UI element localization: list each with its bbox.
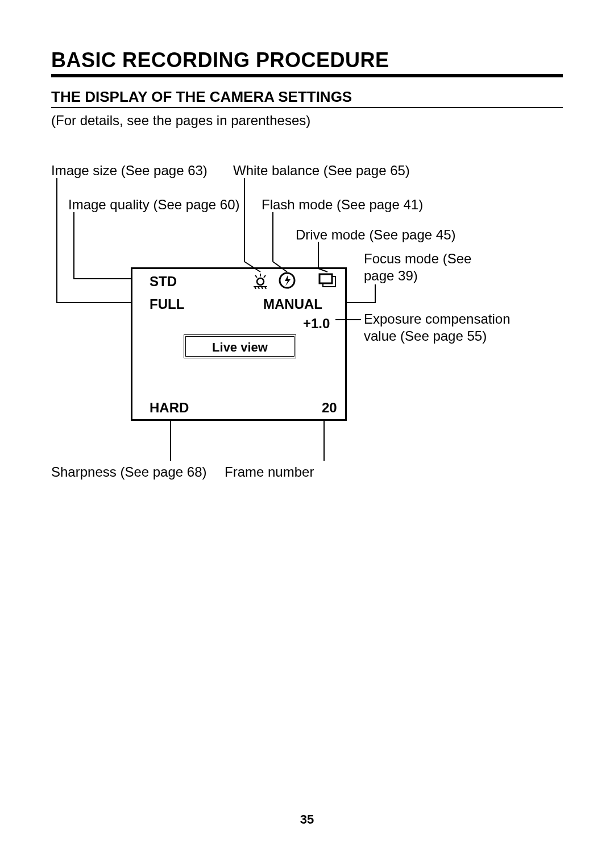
page: BASIC RECORDING PROCEDURE THE DISPLAY OF… (0, 0, 614, 868)
details-note: (For details, see the pages in parenthes… (51, 113, 310, 129)
white-balance-icon (250, 272, 271, 289)
drive-mode-icon (317, 272, 338, 289)
display-focus-mode-manual: MANUAL (263, 296, 322, 312)
camera-display: STD FULL MANUAL +1.0 Live view HARD 20 (131, 267, 347, 421)
section-title: THE DISPLAY OF THE CAMERA SETTINGS (51, 88, 352, 106)
page-title: BASIC RECORDING PROCEDURE (51, 48, 389, 72)
leader-lines (0, 0, 614, 868)
display-exposure-value: +1.0 (303, 316, 330, 332)
label-white-balance: White balance (See page 65) (233, 162, 410, 179)
label-frame-number: Frame number (225, 464, 314, 481)
label-image-quality: Image quality (See page 60) (68, 196, 240, 213)
section-rule (51, 107, 563, 108)
display-frame-number: 20 (322, 400, 337, 416)
label-image-size: Image size (See page 63) (51, 162, 208, 179)
page-number: 35 (0, 812, 614, 827)
svg-line-2 (255, 275, 257, 278)
label-flash-mode: Flash mode (See page 41) (262, 196, 423, 213)
label-exposure-compensation: Exposure compensation value (See page 55… (364, 311, 512, 345)
title-rule (51, 74, 563, 77)
display-image-quality-std: STD (150, 274, 177, 290)
flash-icon (279, 272, 296, 289)
display-sharpness-hard: HARD (150, 400, 189, 416)
svg-rect-10 (320, 274, 332, 283)
display-live-view-frame: Live view (184, 334, 296, 358)
svg-line-3 (264, 275, 265, 278)
display-image-size-full: FULL (150, 296, 184, 312)
display-live-view-label: Live view (186, 340, 294, 355)
label-drive-mode: Drive mode (See page 45) (296, 226, 455, 243)
label-sharpness: Sharpness (See page 68) (51, 464, 207, 481)
label-focus-mode: Focus mode (See page 39) (364, 250, 478, 284)
svg-point-0 (257, 278, 264, 285)
